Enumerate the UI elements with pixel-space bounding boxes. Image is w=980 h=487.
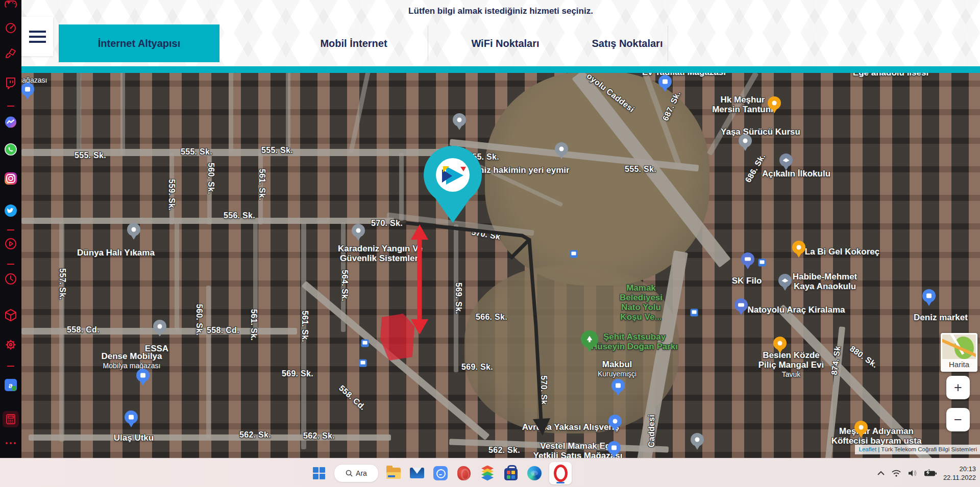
layer-switcher[interactable]: Harita (941, 333, 977, 372)
volume-icon[interactable] (908, 469, 918, 477)
marker-car[interactable] (734, 298, 748, 315)
marker-restaurant[interactable] (768, 96, 781, 113)
street-label: 556. Sk. (224, 211, 255, 220)
attribution-text: Türk Telekom Coğrafi Bilgi Sistemleri (881, 446, 977, 452)
translate-icon[interactable]: a (5, 379, 17, 391)
marker-gray[interactable] (352, 224, 365, 241)
marker-shopping[interactable] (607, 441, 621, 458)
shopping-glyph (926, 294, 932, 298)
battery-icon[interactable] (924, 469, 937, 477)
road (175, 222, 179, 332)
marker-shopping[interactable] (658, 75, 672, 92)
bus-stop-marker[interactable] (359, 360, 367, 367)
gear-icon[interactable] (4, 338, 17, 351)
speedometer-icon[interactable] (5, 22, 17, 34)
file-explorer-icon[interactable] (385, 465, 402, 482)
poi-label: Açıkalın İlkokulu (762, 169, 830, 178)
marker-cart[interactable] (608, 415, 622, 431)
hamburger-menu-button[interactable] (21, 17, 53, 56)
twitch-icon[interactable] (5, 77, 16, 89)
calculator-icon[interactable] (5, 414, 16, 425)
gray-glyph (695, 438, 700, 442)
search-icon (346, 470, 353, 477)
poi-label: Şehit AstsubayHüseyin Doğan Parkı (591, 332, 678, 351)
tab-wifi-noktalari[interactable]: WiFi Noktaları (464, 24, 546, 62)
street-label: 570. Sk (539, 375, 548, 404)
more-dots-icon[interactable] (6, 442, 16, 444)
poi-label: La Bi Gel Kokoreç (805, 247, 879, 257)
leaflet-link[interactable]: Leaflet (859, 446, 877, 452)
zoom-out-button[interactable]: − (946, 408, 970, 431)
marker-gray[interactable] (739, 134, 752, 151)
poi-label: Deniz hakimin yeri eymir (468, 165, 569, 175)
mail-icon[interactable] (408, 465, 426, 482)
shopping-glyph (140, 373, 145, 378)
street-label: 558. Cd. (207, 326, 239, 335)
marker-restaurant[interactable] (773, 337, 787, 353)
tab-internet-altyapisi[interactable]: İnternet Altyapısı (59, 24, 219, 62)
tab-mobil-internet[interactable]: Mobil İnternet (313, 24, 395, 62)
layers-app-icon[interactable] (479, 465, 496, 482)
restaurant-glyph (797, 245, 801, 250)
marker-restaurant[interactable] (792, 241, 805, 258)
red-app-icon[interactable] (455, 465, 473, 482)
marker-gray[interactable] (153, 320, 166, 337)
marker-shopping[interactable] (922, 289, 936, 306)
whatsapp-icon[interactable] (4, 143, 17, 156)
marker-gray[interactable] (127, 223, 140, 240)
gray-glyph (457, 118, 462, 122)
marker-gray[interactable] (555, 142, 568, 159)
marker-shopping[interactable] (136, 369, 150, 386)
marker-gray[interactable] (453, 113, 466, 130)
taskbar-search[interactable]: Ara (334, 464, 379, 482)
marker-gray[interactable] (691, 433, 704, 450)
park-glyph (586, 336, 593, 343)
bus-stop-marker[interactable] (361, 340, 369, 347)
tab-label: Satış Noktaları (592, 38, 663, 49)
marker-shopping[interactable] (125, 411, 138, 427)
tab-label: Mobil İnternet (320, 38, 387, 49)
restaurant-glyph (859, 425, 864, 430)
bus-stop-marker[interactable] (691, 309, 698, 317)
street-label: 569. Sk. (461, 363, 493, 372)
poi-label: Beslen KözdePiliç Mangal EviTavuk (758, 350, 824, 379)
poi-label: Hk MeşhurMersin Tantuni (712, 95, 773, 114)
bus-stop-marker[interactable] (570, 250, 578, 258)
messenger-icon[interactable] (4, 116, 17, 129)
twitter-icon[interactable] (4, 204, 17, 217)
cube-icon[interactable] (4, 309, 17, 322)
bus-stop-marker[interactable] (758, 259, 766, 267)
marker-school[interactable] (779, 153, 793, 170)
instagram-icon[interactable] (4, 172, 17, 185)
store-bag-icon[interactable] (502, 465, 520, 482)
shopping-glyph (616, 383, 621, 388)
marker-school[interactable] (778, 274, 792, 291)
street-label: Caddesi (647, 415, 656, 447)
street-label: 569. Sk. (454, 283, 463, 314)
street-label: 555. Sk. (625, 165, 656, 174)
street-label: 557. Sk. (58, 268, 67, 300)
marker-car[interactable] (741, 252, 754, 269)
zoom-in-button[interactable]: + (946, 376, 970, 399)
play-circle-icon[interactable] (5, 238, 17, 250)
tray-clock[interactable]: 20:13 22.11.2022 (943, 465, 976, 482)
paintbrush-icon[interactable] (5, 47, 17, 60)
opera-active-app[interactable] (549, 462, 572, 484)
marker-park[interactable] (581, 330, 598, 353)
tray-chevron-icon[interactable] (877, 470, 885, 476)
edge-icon[interactable] (526, 465, 543, 482)
gamepad-icon[interactable] (4, 0, 17, 8)
map[interactable]: 555. Sk.555. Sk.555. Sk.555. Sk.555. Sk.… (21, 66, 980, 458)
phone-companion-icon[interactable] (432, 465, 449, 482)
wifi-icon[interactable] (891, 469, 901, 477)
tray-date: 22.11.2022 (943, 473, 976, 482)
history-clock-icon[interactable] (5, 273, 17, 285)
browser-sidebar: a (0, 0, 21, 458)
marker-shopping[interactable] (611, 379, 625, 396)
marker-restaurant[interactable] (854, 421, 868, 438)
shopping-glyph (611, 446, 617, 450)
start-button[interactable] (310, 465, 328, 482)
tab-satis-noktalari[interactable]: Satış Noktaları (586, 24, 668, 62)
restaurant-glyph (772, 101, 777, 106)
marker-shopping[interactable] (21, 83, 34, 99)
